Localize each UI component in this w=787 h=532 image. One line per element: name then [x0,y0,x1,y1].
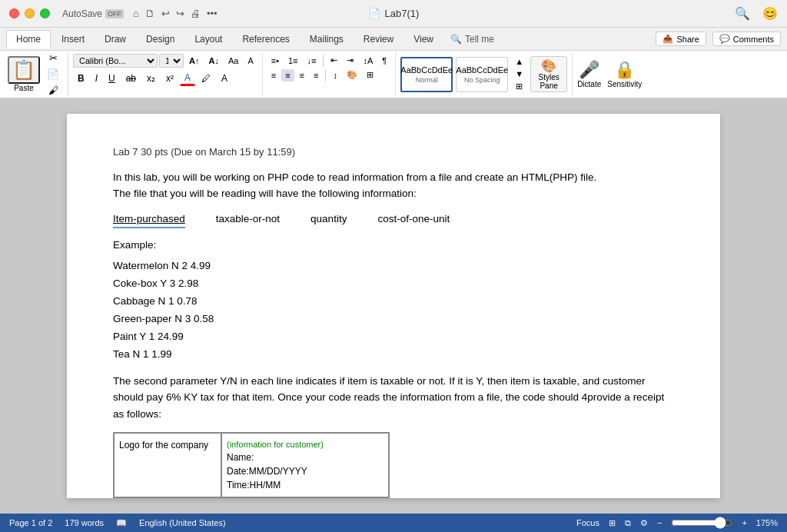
justify-button[interactable]: ≡ [310,69,322,81]
list-item: Cabbage N 1 0.78 [113,293,674,311]
align-left-button[interactable]: ≡ [267,69,280,81]
search-icon[interactable]: 🔍 [735,6,750,21]
font-group: Calibri (Bo... 11 A↑ A↓ Aa A B I U ab x₂… [68,52,263,96]
text-color-button[interactable]: A [180,71,195,86]
superscript-button[interactable]: x² [161,71,178,85]
receipt-info-cell: (information for customer) Name: Date:MM… [221,433,389,498]
receipt-table: Logo for the company (information for cu… [113,432,390,499]
increase-font-button[interactable]: A↑ [185,55,203,67]
subscript-button[interactable]: x₂ [142,71,160,85]
layout-icons[interactable]: ⊞ [609,518,616,528]
font-size-select[interactable]: 11 [159,54,184,68]
dictate-group: 🎤 Dictate 🔒 Sensitivity [573,52,646,96]
comments-button[interactable]: 💬 Comments [712,32,781,46]
underline-button[interactable]: U [104,71,120,85]
doc-icon: 📄 [368,8,380,19]
language-label: English (United States) [139,518,226,527]
list-item: Watermelon N 2 4.99 [113,258,674,275]
intro-paragraph-1: In this lab, you will be working on PHP … [113,169,674,202]
new-doc-icon[interactable]: 🗋 [145,8,155,19]
zoom-level: 175% [756,518,778,527]
tab-mailings[interactable]: Mailings [301,31,353,48]
traffic-lights [9,8,50,18]
close-button[interactable] [9,8,19,18]
zoom-minus[interactable]: − [657,518,662,527]
copy-button[interactable]: 📄 [43,67,63,81]
paragraph-group: ≡• 1≡ ↓≡ ⇤ ⇥ ↕A ¶ ≡ ≡ ≡ ≡ ↕ 🎨 ⊞ [263,52,397,96]
align-right-button[interactable]: ≡ [296,69,308,81]
tab-home[interactable]: Home [6,30,51,48]
main-area: Lab 7 30 pts (Due on March 15 by 11:59) … [0,98,787,514]
bullets-button[interactable]: ≡• [267,55,283,67]
shading-button[interactable]: 🎨 [343,68,361,81]
undo-icon[interactable]: ↩ [161,8,170,19]
styles-pane-button[interactable]: 🎨 Styles Pane [530,56,567,92]
col-item-purchased: Item-purchased [113,211,185,228]
tab-review[interactable]: Review [354,31,403,48]
sensitivity-button[interactable]: 🔒 Sensitivity [607,60,642,88]
zoom-plus[interactable]: + [742,518,746,527]
doc-header: Lab 7 30 pts (Due on March 15 by 11:59) [113,145,674,160]
paste-group: 📋 Paste ✂ 📄 🖌 [3,52,68,96]
minimize-button[interactable] [25,8,35,18]
tab-insert[interactable]: Insert [52,31,94,48]
home-icon[interactable]: ⌂ [133,8,139,19]
increase-indent-button[interactable]: ⇥ [343,54,357,67]
bold-button[interactable]: B [73,71,89,85]
strikethrough-button[interactable]: ab [121,71,141,85]
style-normal-thumb[interactable]: AaBbCcDdEe Normal [400,57,453,92]
tab-layout[interactable]: Layout [185,31,231,48]
highlight-button[interactable]: 🖊 [197,71,215,85]
focus-button[interactable]: Focus [576,518,599,527]
font-color-button[interactable]: A [217,71,232,85]
italic-button[interactable]: I [91,71,102,85]
numbering-button[interactable]: 1≡ [284,55,302,67]
maximize-button[interactable] [40,8,50,18]
borders-button[interactable]: ⊞ [363,68,377,81]
print-icon[interactable]: 🖨 [191,8,201,19]
styles-expand[interactable]: ⊞ [512,80,526,93]
share-button[interactable]: 📤 Share [656,32,706,46]
cut-button[interactable]: ✂ [43,51,63,65]
zoom-slider[interactable] [671,517,732,529]
style-no-spacing-thumb[interactable]: AaBbCcDdEe No Spacing [456,57,508,92]
receipt-logo-cell: Logo for the company [114,433,221,498]
receipt-time: Time:HH/MM [227,478,384,492]
paste-button[interactable]: 📋 [8,56,40,84]
tell-me-input[interactable]: 🔍 Tell me [450,34,494,45]
read-mode-icon[interactable]: 📖 [116,518,127,528]
col-view-icon[interactable]: ⧉ [625,518,631,528]
dictate-button[interactable]: 🎤 Dictate [577,60,601,88]
zoom-settings-icon[interactable]: ⚙ [640,518,648,528]
styles-group: AaBbCcDdEe Normal AaBbCcDdEe No Spacing … [396,52,573,96]
line-spacing-button[interactable]: ↕ [329,69,341,81]
sort-button[interactable]: ↕A [359,55,377,67]
tab-view[interactable]: View [404,31,443,48]
col-quantity: quantity [310,211,347,228]
list-item: Coke-box Y 3 2.98 [113,275,674,293]
col-taxable: taxable-or-not [216,211,280,228]
more-icon[interactable]: ••• [207,8,218,19]
second-paragraph: The second parameter Y/N in each line in… [113,373,674,423]
document-container[interactable]: Lab 7 30 pts (Due on March 15 by 11:59) … [0,98,787,514]
ribbon-tabs: Home Insert Draw Design Layout Reference… [0,28,787,51]
decrease-font-button[interactable]: A↓ [204,55,222,67]
tab-references[interactable]: References [233,31,298,48]
align-center-button[interactable]: ≡ [281,69,294,81]
list-item: Paint Y 1 24.99 [113,328,674,346]
font-family-select[interactable]: Calibri (Bo... [73,54,158,68]
emoji-icon[interactable]: 😊 [762,6,778,21]
receipt-info-header: (information for customer) [227,438,384,451]
change-case-button[interactable]: Aa [224,55,242,67]
clear-format-button[interactable]: A [244,55,257,67]
redo-icon[interactable]: ↪ [176,8,184,19]
tab-draw[interactable]: Draw [95,31,135,48]
multilevel-button[interactable]: ↓≡ [304,55,320,67]
styles-scroll-down[interactable]: ▼ [511,68,527,80]
format-painter-button[interactable]: 🖌 [43,83,63,98]
decrease-indent-button[interactable]: ⇤ [327,54,341,67]
col-cost: cost-of-one-unit [377,211,450,228]
tab-design[interactable]: Design [137,31,184,48]
styles-scroll-up[interactable]: ▲ [511,55,527,68]
show-para-button[interactable]: ¶ [378,55,390,67]
